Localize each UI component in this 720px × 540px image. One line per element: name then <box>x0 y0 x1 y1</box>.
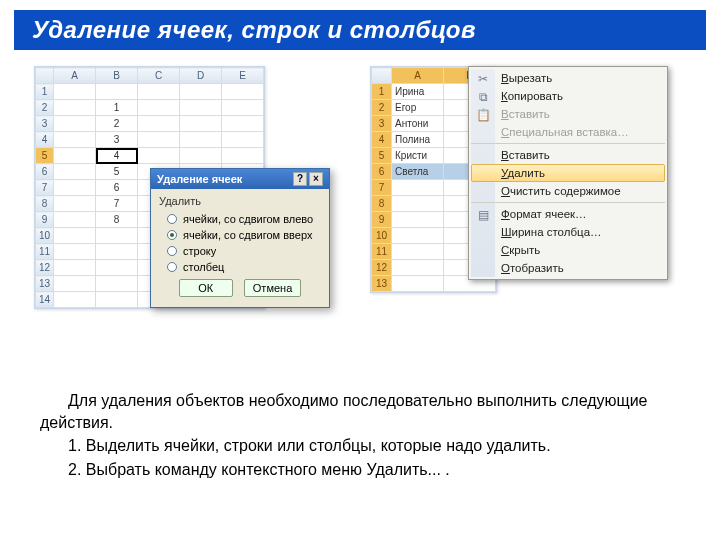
row-header[interactable]: 10 <box>36 228 54 244</box>
menu-item[interactable]: ⧉Копировать <box>471 87 665 105</box>
row-header[interactable]: 3 <box>372 116 392 132</box>
cell[interactable] <box>392 276 444 292</box>
cell[interactable] <box>96 244 138 260</box>
col-header[interactable]: C <box>138 68 180 84</box>
row-header[interactable]: 8 <box>372 196 392 212</box>
row-header[interactable]: 2 <box>372 100 392 116</box>
cell[interactable] <box>180 84 222 100</box>
cell[interactable]: 8 <box>96 212 138 228</box>
close-icon[interactable]: × <box>309 172 323 186</box>
cell[interactable]: 5 <box>96 164 138 180</box>
menu-item[interactable]: Удалить <box>471 164 665 182</box>
cell[interactable] <box>222 100 264 116</box>
cell[interactable] <box>54 180 96 196</box>
radio-option[interactable]: ячейки, со сдвигом вверх <box>159 227 321 243</box>
row-header[interactable]: 8 <box>36 196 54 212</box>
menu-item[interactable]: ✂Вырезать <box>471 69 665 87</box>
cell[interactable] <box>392 180 444 196</box>
cell[interactable] <box>54 228 96 244</box>
row-header[interactable]: 12 <box>36 260 54 276</box>
cell[interactable]: 2 <box>96 116 138 132</box>
cell[interactable] <box>180 148 222 164</box>
row-header[interactable]: 1 <box>36 84 54 100</box>
col-header[interactable]: A <box>392 68 444 84</box>
cell[interactable]: Ирина <box>392 84 444 100</box>
cell[interactable] <box>392 260 444 276</box>
row-header[interactable]: 1 <box>372 84 392 100</box>
cell[interactable] <box>54 196 96 212</box>
menu-item[interactable]: Вставить <box>471 146 665 164</box>
cell[interactable]: 7 <box>96 196 138 212</box>
cell[interactable] <box>54 116 96 132</box>
cell[interactable]: Егор <box>392 100 444 116</box>
row-header[interactable]: 7 <box>36 180 54 196</box>
cell[interactable] <box>222 84 264 100</box>
radio-option[interactable]: строку <box>159 243 321 259</box>
cell[interactable] <box>392 244 444 260</box>
row-header[interactable]: 14 <box>36 292 54 308</box>
menu-item[interactable]: Ширина столбца… <box>471 223 665 241</box>
cell[interactable]: 4 <box>96 148 138 164</box>
cell[interactable] <box>392 196 444 212</box>
cell[interactable] <box>54 244 96 260</box>
cell[interactable] <box>54 276 96 292</box>
radio-option[interactable]: ячейки, со сдвигом влево <box>159 211 321 227</box>
row-header[interactable]: 5 <box>36 148 54 164</box>
cell[interactable] <box>392 212 444 228</box>
cell[interactable]: 3 <box>96 132 138 148</box>
row-header[interactable]: 13 <box>36 276 54 292</box>
radio-option[interactable]: столбец <box>159 259 321 275</box>
cell[interactable] <box>138 148 180 164</box>
row-header[interactable]: 13 <box>372 276 392 292</box>
row-header[interactable]: 7 <box>372 180 392 196</box>
menu-item[interactable]: Очистить содержимое <box>471 182 665 200</box>
cell[interactable] <box>222 116 264 132</box>
row-header[interactable]: 6 <box>36 164 54 180</box>
cell[interactable] <box>54 164 96 180</box>
cell[interactable] <box>138 84 180 100</box>
cell[interactable] <box>54 132 96 148</box>
cell[interactable] <box>54 292 96 308</box>
cell[interactable] <box>180 100 222 116</box>
cell[interactable] <box>96 84 138 100</box>
cell[interactable] <box>222 148 264 164</box>
cell[interactable] <box>54 212 96 228</box>
cell[interactable] <box>392 228 444 244</box>
cell[interactable] <box>180 116 222 132</box>
row-header[interactable]: 3 <box>36 116 54 132</box>
cell[interactable] <box>54 100 96 116</box>
row-header[interactable]: 4 <box>372 132 392 148</box>
cell[interactable] <box>54 84 96 100</box>
help-icon[interactable]: ? <box>293 172 307 186</box>
col-header[interactable]: E <box>222 68 264 84</box>
row-header[interactable]: 5 <box>372 148 392 164</box>
row-header[interactable]: 11 <box>36 244 54 260</box>
col-header[interactable]: B <box>96 68 138 84</box>
cell[interactable]: Полина <box>392 132 444 148</box>
cell[interactable] <box>96 292 138 308</box>
row-header[interactable]: 12 <box>372 260 392 276</box>
row-header[interactable]: 4 <box>36 132 54 148</box>
cell[interactable] <box>96 260 138 276</box>
cell[interactable] <box>96 228 138 244</box>
cancel-button[interactable]: Отмена <box>244 279 301 297</box>
cell[interactable] <box>180 132 222 148</box>
row-header[interactable]: 2 <box>36 100 54 116</box>
menu-item[interactable]: Отобразить <box>471 259 665 277</box>
cell[interactable]: 1 <box>96 100 138 116</box>
row-header[interactable]: 11 <box>372 244 392 260</box>
menu-item[interactable]: Скрыть <box>471 241 665 259</box>
cell[interactable] <box>96 276 138 292</box>
cell[interactable]: Антони <box>392 116 444 132</box>
row-header[interactable]: 10 <box>372 228 392 244</box>
cell[interactable] <box>138 116 180 132</box>
cell[interactable] <box>54 260 96 276</box>
cell[interactable]: Кристи <box>392 148 444 164</box>
row-header[interactable]: 9 <box>36 212 54 228</box>
menu-item[interactable]: ▤Формат ячеек… <box>471 205 665 223</box>
row-header[interactable]: 6 <box>372 164 392 180</box>
ok-button[interactable]: ОК <box>179 279 233 297</box>
cell[interactable] <box>222 132 264 148</box>
cell[interactable]: Светла <box>392 164 444 180</box>
cell[interactable] <box>138 132 180 148</box>
